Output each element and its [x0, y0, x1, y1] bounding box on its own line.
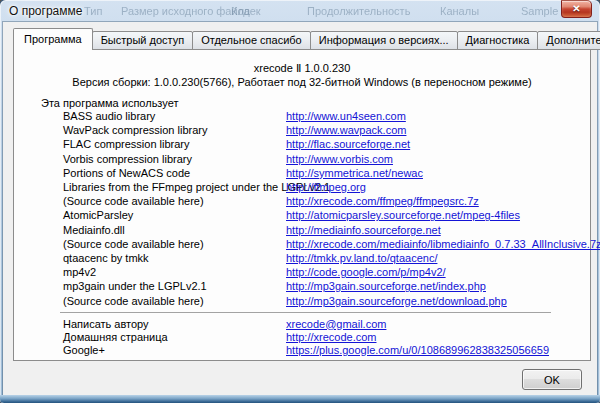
library-label: Vorbis compression library: [63, 153, 286, 165]
tab-0[interactable]: Программа: [13, 28, 93, 50]
tab-label: Программа: [24, 33, 82, 45]
background-column-header: Тип: [84, 5, 102, 17]
library-link[interactable]: http://code.google.com/p/mp4v2/: [286, 266, 446, 278]
library-row: (Source code available here) http://xrec…: [63, 237, 584, 251]
contact-row: Google+ https://plus.google.com/u/0/1086…: [63, 343, 584, 356]
contact-label: Google+: [63, 344, 286, 356]
library-label: BASS audio library: [63, 110, 286, 122]
library-row: Mediainfo.dll http://mediainfo.sourcefor…: [63, 223, 584, 237]
about-dialog: О программе Тип Размер исходного файла К…: [0, 0, 600, 403]
library-link[interactable]: http://www.un4seen.com: [286, 110, 406, 122]
library-label: Mediainfo.dll: [63, 224, 286, 236]
tab-label: Информация о версиях...: [319, 34, 449, 46]
library-row: AtomicParsley http://atomicparsley.sourc…: [63, 208, 584, 222]
separator-line: [60, 312, 551, 313]
library-row: BASS audio library http://www.un4seen.co…: [63, 109, 584, 123]
tab-2[interactable]: Отдельное спасибо: [192, 31, 311, 50]
library-row: Vorbis compression library http://www.vo…: [63, 152, 584, 166]
contact-link[interactable]: xrecode@gmail.com: [286, 318, 386, 330]
build-info: Версия сборки: 1.0.0.230(5766), Работает…: [14, 76, 590, 88]
library-link[interactable]: http://xrecode.com/mediainfo/libmediainf…: [286, 238, 600, 250]
library-link[interactable]: http://mp3gain.sourceforge.net/download.…: [286, 295, 507, 307]
close-button[interactable]: ✕: [561, 0, 592, 18]
library-label: mp4v2: [63, 266, 286, 278]
library-row: (Source code available here) http://mp3g…: [63, 293, 584, 307]
background-column-header: Каналы: [440, 5, 479, 17]
library-label: FLAC compression library: [63, 138, 286, 150]
tab-bar: Программа Быстрый доступ Отдельное спаси…: [13, 28, 600, 50]
library-row: Portions of NewACS code http://symmetric…: [63, 166, 584, 180]
library-list: BASS audio library http://www.un4seen.co…: [63, 109, 584, 308]
tab-5[interactable]: Дополнительно: [537, 31, 600, 50]
library-link[interactable]: http://flac.sourceforge.net: [286, 138, 410, 150]
tab-page-program: xrecode Ⅱ 1.0.0.230 Версия сборки: 1.0.0…: [13, 49, 591, 361]
library-row: qtaacenc by tmkk http://tmkk.pv.land.to/…: [63, 251, 584, 265]
library-link[interactable]: http://www.vorbis.com: [286, 153, 393, 165]
background-column-header: Продолжительность: [307, 5, 410, 17]
tab-label: Быстрый доступ: [101, 34, 185, 46]
contact-label: Написать автору: [63, 318, 286, 330]
uses-heading: Эта программа использует: [41, 97, 178, 109]
library-link[interactable]: http://ffmpeg.org: [286, 181, 366, 193]
titlebar[interactable]: О программе Тип Размер исходного файла К…: [0, 0, 600, 22]
library-label: (Source code available here): [63, 238, 286, 250]
background-column-header: Кодек: [231, 5, 261, 17]
library-label: mp3gain under the LGPLv2.1: [63, 280, 286, 292]
background-column-header: Размер исходного файла: [121, 5, 250, 17]
tab-1[interactable]: Быстрый доступ: [92, 31, 194, 50]
contact-link[interactable]: http://xrecode.com: [286, 331, 377, 343]
library-link[interactable]: http://symmetrica.net/newac: [286, 167, 423, 179]
library-link[interactable]: http://www.wavpack.com: [286, 124, 406, 136]
library-link[interactable]: http://mediainfo.sourceforge.net: [286, 224, 441, 236]
library-label: Portions of NewACS code: [63, 167, 286, 179]
tab-label: Отдельное спасибо: [201, 34, 302, 46]
library-label: Libraries from the FFmpeg project under …: [63, 181, 286, 193]
library-row: mp4v2 http://code.google.com/p/mp4v2/: [63, 265, 584, 279]
library-row: (Source code available here) http://xrec…: [63, 194, 584, 208]
library-row: Libraries from the FFmpeg project under …: [63, 180, 584, 194]
dialog-client-area: Программа Быстрый доступ Отдельное спаси…: [3, 22, 597, 395]
library-row: FLAC compression library http://flac.sou…: [63, 137, 584, 151]
contact-row: Написать автору xrecode@gmail.com: [63, 317, 584, 330]
contact-row: Домашняя страница http://xrecode.com: [63, 330, 584, 343]
library-link[interactable]: http://mp3gain.sourceforge.net/index.php: [286, 280, 486, 292]
library-label: (Source code available here): [63, 195, 286, 207]
contact-link[interactable]: https://plus.google.com/u/0/108689962838…: [286, 344, 549, 356]
library-label: (Source code available here): [63, 295, 286, 307]
library-link[interactable]: http://tmkk.pv.land.to/qtaacenc/: [286, 252, 437, 264]
library-label: WavPack compression library: [63, 124, 286, 136]
contact-list: Написать автору xrecode@gmail.com Домашн…: [63, 317, 584, 357]
tab-3[interactable]: Информация о версиях...: [310, 31, 458, 50]
window-title: О программе: [9, 4, 82, 18]
library-row: WavPack compression library http://www.w…: [63, 123, 584, 137]
library-row: mp3gain under the LGPLv2.1 http://mp3gai…: [63, 279, 584, 293]
tab-4[interactable]: Диагностика: [457, 31, 539, 50]
library-link[interactable]: http://atomicparsley.sourceforge.net/mpe…: [286, 209, 520, 221]
close-icon: ✕: [572, 3, 580, 14]
library-label: AtomicParsley: [63, 209, 286, 221]
tab-label: Дополнительно: [546, 34, 600, 46]
contact-label: Домашняя страница: [63, 331, 286, 343]
ok-button[interactable]: OK: [522, 369, 582, 390]
library-label: qtaacenc by tmkk: [63, 252, 286, 264]
app-title: xrecode Ⅱ 1.0.0.230: [14, 62, 590, 75]
tab-label: Диагностика: [466, 34, 530, 46]
library-link[interactable]: http://xrecode.com/ffmpeg/ffmpegsrc.7z: [286, 195, 479, 207]
window-bottom-border: [0, 395, 600, 403]
